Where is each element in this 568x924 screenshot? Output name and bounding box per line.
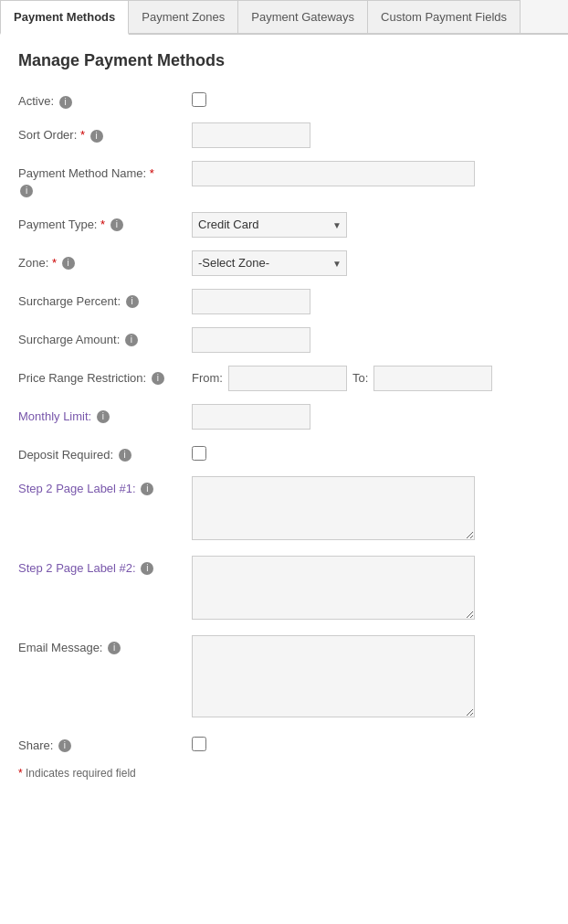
payment-method-name-control bbox=[192, 161, 550, 186]
monthly-limit-row: Monthly Limit: i bbox=[18, 404, 550, 430]
active-info-icon[interactable]: i bbox=[59, 96, 72, 109]
zone-select[interactable]: -Select Zone- bbox=[192, 250, 347, 276]
step2-label1-control bbox=[192, 476, 550, 543]
zone-label: Zone: * i bbox=[18, 250, 192, 271]
payment-method-name-label: Payment Method Name: * i bbox=[18, 161, 192, 198]
tab-bar: Payment Methods Payment Zones Payment Ga… bbox=[0, 0, 568, 35]
share-info-icon[interactable]: i bbox=[58, 739, 71, 752]
deposit-required-info-icon[interactable]: i bbox=[119, 449, 131, 462]
payment-type-row: Payment Type: * i Credit Card PayPal Ban… bbox=[18, 212, 550, 238]
step2-label1-info-icon[interactable]: i bbox=[141, 483, 153, 495]
step2-label2-info-icon[interactable]: i bbox=[141, 562, 153, 575]
sort-order-control bbox=[192, 122, 550, 148]
payment-method-name-input[interactable] bbox=[192, 161, 475, 186]
email-message-label: Email Message: i bbox=[18, 635, 192, 656]
step2-label1-textarea[interactable] bbox=[192, 476, 475, 540]
tab-payment-methods[interactable]: Payment Methods bbox=[0, 0, 129, 35]
email-message-control bbox=[192, 635, 550, 720]
email-message-row: Email Message: i bbox=[18, 635, 550, 720]
deposit-required-checkbox[interactable] bbox=[192, 446, 206, 461]
active-control bbox=[192, 89, 550, 110]
active-checkbox[interactable] bbox=[192, 92, 206, 107]
step2-label2-textarea[interactable] bbox=[192, 556, 475, 620]
tab-payment-zones[interactable]: Payment Zones bbox=[129, 0, 238, 33]
tab-payment-gateways[interactable]: Payment Gateways bbox=[238, 0, 368, 33]
payment-type-label: Payment Type: * i bbox=[18, 212, 192, 233]
required-note-text: Indicates required field bbox=[26, 767, 136, 780]
payment-type-select[interactable]: Credit Card PayPal Bank Transfer bbox=[192, 212, 347, 238]
step2-label2-row: Step 2 Page Label #2: i bbox=[18, 556, 550, 622]
zone-select-wrap: -Select Zone- bbox=[192, 250, 347, 276]
email-message-info-icon[interactable]: i bbox=[108, 642, 121, 654]
deposit-required-label: Deposit Required: i bbox=[18, 442, 192, 463]
price-range-label: Price Range Restriction: i bbox=[18, 366, 192, 387]
tab-custom-payment-fields[interactable]: Custom Payment Fields bbox=[368, 0, 521, 33]
to-label: To: bbox=[352, 371, 368, 385]
price-range-from-input[interactable] bbox=[228, 366, 347, 391]
monthly-limit-input[interactable] bbox=[192, 404, 310, 430]
surcharge-percent-input[interactable] bbox=[192, 289, 310, 314]
sort-order-label: Sort Order: * i bbox=[18, 122, 192, 143]
zone-row: Zone: * i -Select Zone- bbox=[18, 250, 550, 276]
payment-method-name-info-icon[interactable]: i bbox=[20, 185, 33, 197]
deposit-required-row: Deposit Required: i bbox=[18, 442, 550, 463]
sort-order-row: Sort Order: * i bbox=[18, 122, 550, 148]
price-range-info-icon[interactable]: i bbox=[152, 372, 164, 385]
price-range-inputs: From: To: bbox=[192, 366, 550, 391]
surcharge-percent-info-icon[interactable]: i bbox=[126, 295, 139, 308]
deposit-required-control bbox=[192, 442, 550, 463]
share-label: Share: i bbox=[18, 733, 192, 754]
monthly-limit-info-icon[interactable]: i bbox=[97, 410, 110, 423]
price-range-control: From: To: bbox=[192, 366, 550, 391]
step2-label1-label: Step 2 Page Label #1: i bbox=[18, 476, 192, 497]
surcharge-amount-row: Surcharge Amount: i bbox=[18, 327, 550, 353]
surcharge-percent-label: Surcharge Percent: i bbox=[18, 289, 192, 310]
step2-label1-row: Step 2 Page Label #1: i bbox=[18, 476, 550, 543]
zone-control: -Select Zone- bbox=[192, 250, 550, 276]
zone-info-icon[interactable]: i bbox=[62, 257, 75, 270]
payment-type-info-icon[interactable]: i bbox=[110, 218, 123, 231]
surcharge-amount-label: Surcharge Amount: i bbox=[18, 327, 192, 348]
surcharge-percent-row: Surcharge Percent: i bbox=[18, 289, 550, 314]
main-content: Manage Payment Methods Active: i Sort Or… bbox=[0, 35, 568, 796]
surcharge-percent-control bbox=[192, 289, 550, 314]
from-label: From: bbox=[192, 371, 223, 385]
monthly-limit-label: Monthly Limit: i bbox=[18, 404, 192, 425]
share-checkbox[interactable] bbox=[192, 737, 206, 751]
surcharge-amount-input[interactable] bbox=[192, 327, 310, 353]
surcharge-amount-control bbox=[192, 327, 550, 353]
active-row: Active: i bbox=[18, 89, 550, 110]
surcharge-amount-info-icon[interactable]: i bbox=[125, 334, 138, 346]
active-label: Active: i bbox=[18, 89, 192, 110]
price-range-to-input[interactable] bbox=[373, 366, 492, 391]
step2-label2-control bbox=[192, 556, 550, 622]
payment-type-control: Credit Card PayPal Bank Transfer bbox=[192, 212, 550, 238]
step2-label2-label: Step 2 Page Label #2: i bbox=[18, 556, 192, 577]
monthly-limit-control bbox=[192, 404, 550, 430]
sort-order-info-icon[interactable]: i bbox=[90, 130, 103, 143]
share-row: Share: i bbox=[18, 733, 550, 754]
share-control bbox=[192, 733, 550, 754]
sort-order-input[interactable] bbox=[192, 122, 310, 148]
footer-note: * Indicates required field bbox=[18, 767, 550, 780]
page-title: Manage Payment Methods bbox=[18, 51, 550, 70]
payment-method-name-row: Payment Method Name: * i bbox=[18, 161, 550, 198]
price-range-row: Price Range Restriction: i From: To: bbox=[18, 366, 550, 391]
payment-type-select-wrap: Credit Card PayPal Bank Transfer bbox=[192, 212, 347, 238]
email-message-textarea[interactable] bbox=[192, 635, 475, 717]
